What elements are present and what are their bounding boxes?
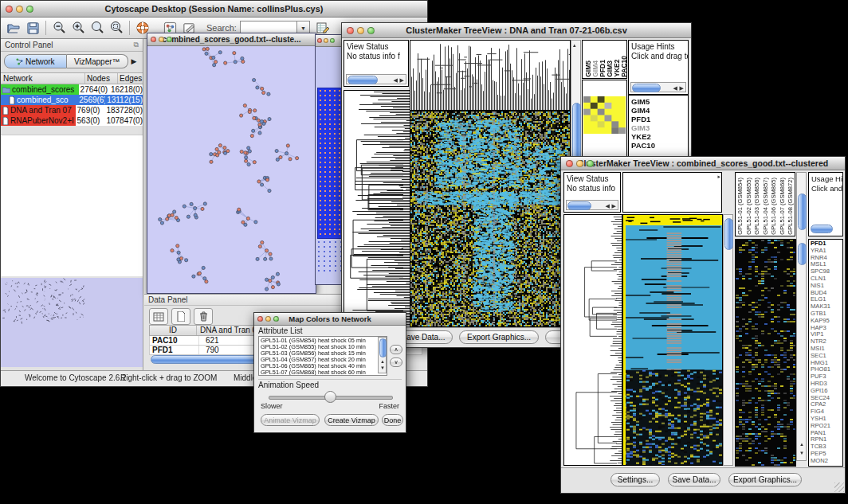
treeview2-heatmap-scrollbar[interactable] (723, 214, 733, 466)
array-column-label[interactable]: GPL51-06 (GSM865) (770, 178, 779, 235)
zoom-button[interactable] (587, 160, 594, 167)
usage-hints-hscrollbar[interactable] (811, 225, 833, 233)
float-panel-icon[interactable]: ⧉ (134, 41, 139, 49)
zoom-in-button[interactable] (70, 20, 86, 36)
cluster-gene-label[interactable]: YKE2 (631, 132, 688, 141)
scroll-left-arrow[interactable]: ◀ (606, 201, 610, 210)
scroll-up-arrow[interactable]: ▴ (573, 41, 576, 49)
array-column-label[interactable]: GPL51-07 (GSM868) (779, 178, 787, 235)
col-header-network[interactable]: Network (1, 73, 85, 84)
attribute-list-scrollbar[interactable]: ▲ ▼ (378, 337, 387, 373)
cluster-column-label[interactable]: YKE2 (613, 56, 620, 77)
move-attribute-down-button[interactable]: ∨ (390, 357, 402, 367)
scroll-right-arrow[interactable]: ▶ (612, 201, 616, 210)
new-attribute-button[interactable] (171, 308, 190, 325)
close-button[interactable] (347, 27, 354, 34)
network-row-rnapuber[interactable]: RNAPuberNov2+I 563(0) 107847(0) (1, 115, 143, 126)
array-column-label[interactable]: GPL51-04 (GSM857) (762, 178, 771, 235)
scroll-right-arrow[interactable]: ▶ (680, 84, 684, 92)
treeview2-selection-heatmap[interactable] (735, 239, 796, 467)
usage-hints-hscrollbar[interactable]: ◀ ▶ (630, 82, 686, 92)
animate-vizmap-button[interactable]: Animate Vizmap (261, 414, 320, 426)
attr-col-id[interactable]: ID (150, 326, 197, 335)
network-graph-canvas[interactable] (147, 46, 314, 292)
treeview2-column-dendrogram-area[interactable]: ▸ (622, 172, 722, 213)
cluster-gene-label[interactable]: PAC10 (631, 141, 688, 150)
treeview1-yellow-matrix[interactable] (583, 96, 626, 134)
cluster-column-label[interactable]: GIM5 (584, 56, 591, 77)
settings-button[interactable]: Settings... (610, 473, 660, 486)
zoom-out-button[interactable] (51, 20, 67, 36)
scroll-down-arrow[interactable]: ▼ (380, 364, 385, 373)
select-attributes-button[interactable] (149, 308, 168, 325)
treeview2-main-heatmap[interactable] (622, 214, 723, 466)
zoom-button[interactable] (167, 37, 172, 42)
export-graphics-button[interactable]: Export Graphics... (459, 330, 539, 344)
cluster-gene-label[interactable]: PFD1 (631, 115, 688, 123)
close-button[interactable] (317, 38, 322, 43)
minimize-button[interactable] (159, 37, 164, 42)
view-status-hscrollbar[interactable]: ◀ ▶ (566, 200, 618, 210)
attribute-list-item[interactable]: GPL51-07 (GSM868) heat shock 60 min (261, 369, 385, 376)
minimize-button[interactable] (576, 160, 583, 167)
save-data-button[interactable]: Save Data... (668, 473, 720, 486)
zoom-selected-button[interactable] (108, 20, 124, 36)
zoom-button[interactable] (367, 27, 375, 34)
tab-network[interactable]: Network (4, 54, 67, 68)
cluster-gene-label[interactable]: GIM4 (631, 106, 688, 115)
treeview2-right-scrollbar[interactable]: ▲ ▼ (796, 172, 807, 461)
tab-vizmapper[interactable]: VizMapper™ (67, 54, 129, 68)
animation-speed-slider-thumb[interactable] (324, 391, 336, 403)
scroll-left-arrow[interactable]: ◀ (673, 84, 677, 92)
minimize-button[interactable] (357, 27, 364, 34)
gene-label[interactable]: MON2 (811, 458, 842, 465)
close-button[interactable] (6, 6, 13, 13)
attribute-editor-icon[interactable] (315, 20, 331, 36)
network-row-dna-tran[interactable]: DNA and Tran 07 769(0) 183728(0) (1, 105, 143, 115)
zoom-button[interactable] (330, 38, 335, 43)
array-column-label[interactable]: GPL51-08 (GSM872) (787, 178, 795, 235)
cluster-column-label[interactable]: PFD1 (599, 56, 606, 77)
tab-overflow-arrow[interactable]: ▶ (128, 57, 139, 65)
close-button[interactable] (566, 160, 573, 167)
array-column-label[interactable]: GPL51-03 (GSM856) (753, 178, 762, 235)
minimize-button[interactable] (324, 38, 328, 43)
done-button[interactable]: Done (382, 414, 403, 426)
cluster-gene-label[interactable]: GIM5 (631, 97, 688, 106)
zoom-button[interactable] (273, 316, 279, 322)
treeview1-row-dendrogram[interactable] (344, 90, 410, 328)
array-column-label[interactable]: GPL51-01 (GSM854) (736, 178, 745, 235)
col-header-nodes[interactable]: Nodes (85, 73, 118, 84)
zoom-button[interactable] (26, 6, 33, 13)
background-window-titlebar[interactable] (316, 35, 343, 47)
col-header-edges[interactable]: Edges (118, 73, 143, 84)
open-file-button[interactable] (6, 20, 22, 36)
treeview2-titlebar[interactable]: ClusterMaker TreeView : combined_scores_… (561, 157, 845, 170)
dense-network-block[interactable] (317, 88, 343, 239)
scroll-left-arrow[interactable]: ◀ (394, 76, 398, 84)
network-overview-panel[interactable] (1, 278, 143, 367)
scroll-up-arrow[interactable]: ▲ (799, 440, 804, 449)
move-attribute-up-button[interactable]: ∧ (390, 345, 402, 354)
cluster-gene-label[interactable]: GIM3 (631, 123, 688, 132)
view-status-hscrollbar[interactable]: ◀ ▶ (346, 74, 406, 84)
treeview1-column-dendrogram[interactable] (410, 40, 571, 111)
main-titlebar[interactable]: Cytoscape Desktop (Session Name: collins… (1, 1, 427, 18)
expand-arrow-icon[interactable]: ▸ (717, 174, 720, 180)
scroll-right-arrow[interactable]: ▶ (400, 76, 404, 84)
minimize-button[interactable] (16, 6, 23, 13)
delete-attribute-button[interactable] (194, 308, 213, 325)
cluster-column-label[interactable]: PAC10 (620, 56, 627, 77)
network-row-combined-sco-selected[interactable]: combined_sco 2569(6) 13112(15) (1, 95, 143, 105)
close-button[interactable] (257, 316, 263, 322)
export-graphics-button[interactable]: Export Graphics... (728, 473, 802, 486)
cluster-column-label[interactable]: GIM3 (606, 56, 613, 77)
cluster-column-label[interactable]: GIM4 (591, 56, 599, 77)
save-session-button[interactable] (25, 20, 41, 36)
create-vizmap-button[interactable]: Create Vizmap (324, 414, 379, 426)
scroll-down-arrow[interactable]: ▼ (799, 449, 804, 458)
resize-grip[interactable] (834, 483, 844, 492)
attribute-listbox[interactable]: GPL51-01 (GSM854) heat shock 05 minGPL51… (258, 336, 387, 376)
minimize-button[interactable] (265, 316, 271, 322)
array-column-label[interactable]: GPL51-02 (GSM855) (745, 178, 754, 235)
